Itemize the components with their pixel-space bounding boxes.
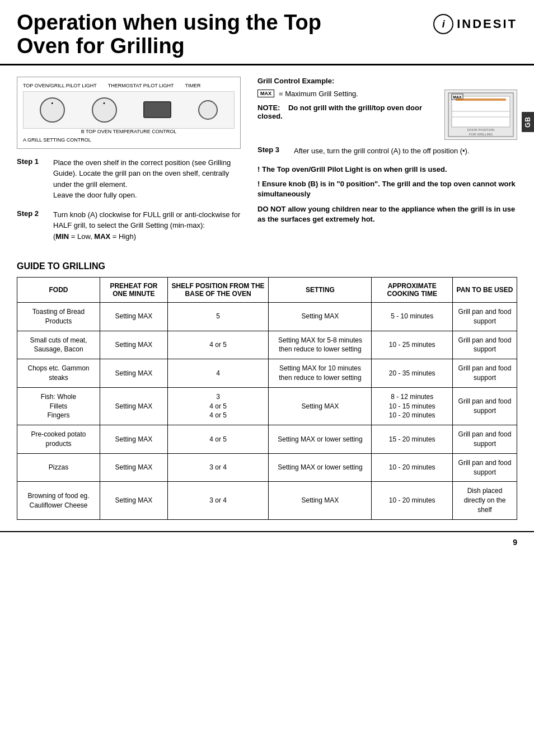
cell-2-1: Setting MAX [100,359,168,388]
th-time: APPROXIMATE COOKING TIME [372,278,452,303]
cell-3-0: Fish: Whole Fillets Fingers [17,387,100,425]
knob-small [198,100,218,120]
label-b: B TOP OVEN TEMPERATURE CONTROL [23,129,235,134]
cell-3-2: 34 or 54 or 5 [167,387,268,425]
cell-6-1: Setting MAX [100,482,168,519]
cell-2-4: 20 - 35 minutes [372,359,452,388]
table-row: Small cuts of meat, Sausage, BaconSettin… [17,331,517,359]
cell-1-4: 10 - 25 minutes [372,331,452,359]
label-top-oven: TOP OVEN/GRILL PILOT LIGHT [23,83,97,88]
oven-image: MAX DOOR POSITION FOR GRILLING [444,90,517,140]
cell-1-2: 4 or 5 [167,331,268,359]
max-description: = Maximum Grill Setting. [279,90,358,98]
step1-label: Step 1 [17,157,45,201]
knob-b [92,97,117,123]
main-content: TOP OVEN/GRILL PILOT LIGHT THERMOSTAT PI… [0,77,534,251]
cell-4-3: Setting MAX or lower setting [269,425,372,454]
cell-6-4: 10 - 20 minutes [372,482,452,519]
cell-0-1: Setting MAX [100,303,168,331]
step3-label: Step 3 [257,145,285,157]
max-badge: MAX [257,90,274,97]
gb-tab: GB [522,112,534,132]
warning-2: ! Ensure knob (B) is in "0 position". Th… [257,179,517,199]
oven-image-inner: MAX DOOR POSITION FOR GRILLING [445,90,517,139]
cell-5-2: 3 or 4 [167,453,268,482]
cell-6-3: Setting MAX [269,482,372,519]
table-header-row: FODD PREHEAT FOR ONE MINUTE SHELF POSITI… [17,278,517,303]
cell-1-0: Small cuts of meat, Sausage, Bacon [17,331,100,359]
brand-icon: i [433,14,453,34]
knob-a [40,97,65,123]
step3: Step 3 After use, turn the grill control… [257,145,517,157]
diagram-labels: TOP OVEN/GRILL PILOT LIGHT THERMOSTAT PI… [23,83,235,88]
step1: Step 1 Place the oven shelf in the corre… [17,157,241,201]
brand-name: INDESIT [457,17,517,31]
cell-4-0: Pre-cooked potato products [17,425,100,454]
cell-4-4: 15 - 20 minutes [372,425,452,454]
cell-4-1: Setting MAX [100,425,168,454]
cell-2-5: Grill pan and food support [452,359,517,388]
grilling-title: GUIDE TO GRILLING [17,261,517,271]
label-timer: TIMER [185,83,201,88]
cell-4-2: 4 or 5 [167,425,268,454]
cell-0-2: 5 [167,303,268,331]
cell-6-5: Dish placed directly on the shelf [452,482,517,519]
left-panel: TOP OVEN/GRILL PILOT LIGHT THERMOSTAT PI… [17,77,241,251]
cell-6-0: Browning of food eg. Cauliflower Cheese [17,482,100,519]
cell-3-3: Setting MAX [269,387,372,425]
cell-2-0: Chops etc. Gammon steaks [17,359,100,388]
cell-1-5: Grill pan and food support [452,331,517,359]
step1-text: Place the oven shelf in the correct posi… [53,157,241,201]
cell-0-4: 5 - 10 minutes [372,303,452,331]
table-row: Fish: Whole Fillets FingersSetting MAX34… [17,387,517,425]
grill-example-content: MAX = Maximum Grill Setting. NOTE: Do no… [257,90,436,126]
cell-4-5: Grill pan and food support [452,425,517,454]
warning-3: DO NOT allow young children near to the … [257,204,517,224]
cell-6-2: 3 or 4 [167,482,268,519]
diagram-area: TOP OVEN/GRILL PILOT LIGHT THERMOSTAT PI… [17,77,241,149]
note-block: NOTE: Do not grill with the grill/top ov… [257,104,436,120]
cell-5-5: Grill pan and food support [452,453,517,482]
svg-text:FOR GRILLING: FOR GRILLING [469,133,493,136]
table-row: PizzasSetting MAX3 or 4Setting MAX or lo… [17,453,517,482]
svg-text:MAX: MAX [453,95,462,99]
table-row: Chops etc. Gammon steaksSetting MAX4Sett… [17,359,517,388]
th-pan: PAN TO BE USED [452,278,517,303]
cell-0-0: Toasting of Bread Products [17,303,100,331]
timer-box [143,101,171,118]
warnings: ! The Top oven/Grill Pilot Light is on w… [257,165,517,224]
cell-1-1: Setting MAX [100,331,168,359]
table-row: Pre-cooked potato productsSetting MAX4 o… [17,425,517,454]
cell-1-3: Setting MAX for 5-8 minutes then reduce … [269,331,372,359]
brand-logo: i INDESIT [433,14,517,34]
note-text: Do not grill with the grill/top oven doo… [257,104,422,120]
right-panel: Grill Control Example: MAX = Maximum Gri… [257,77,517,251]
svg-rect-1 [452,96,510,127]
cell-0-3: Setting MAX [269,303,372,331]
cell-3-1: Setting MAX [100,387,168,425]
cell-2-3: Setting MAX for 10 minutes then reduce t… [269,359,372,388]
cell-0-5: Grill pan and food support [452,303,517,331]
oven-svg: MAX DOOR POSITION FOR GRILLING [447,92,514,138]
steps: Step 1 Place the oven shelf in the corre… [17,157,241,242]
footer: 9 [0,531,534,552]
grilling-section: GUIDE TO GRILLING FODD PREHEAT FOR ONE M… [0,261,534,520]
label-a: A GRILL SETTING CONTROL [23,137,235,143]
note-label: NOTE: [257,104,280,112]
table-row: Browning of food eg. Cauliflower CheeseS… [17,482,517,519]
page-title: Operation when using the Top Oven for Gr… [17,11,353,58]
cell-5-3: Setting MAX or lower setting [269,453,372,482]
page-number: 9 [513,538,517,547]
label-thermostat: THERMOSTAT PILOT LIGHT [108,83,174,88]
max-row: MAX = Maximum Grill Setting. [257,90,436,98]
grilling-table: FODD PREHEAT FOR ONE MINUTE SHELF POSITI… [17,277,517,520]
grill-control-title: Grill Control Example: [257,77,517,85]
cell-5-1: Setting MAX [100,453,168,482]
step2-label: Step 2 [17,209,45,242]
cell-5-4: 10 - 20 minutes [372,453,452,482]
cell-3-4: 8 - 12 minutes10 - 15 minutes10 - 20 min… [372,387,452,425]
svg-rect-6 [456,98,506,101]
cell-3-5: Grill pan and food support [452,387,517,425]
header: Operation when using the Top Oven for Gr… [0,0,534,65]
grill-example-row: MAX = Maximum Grill Setting. NOTE: Do no… [257,90,517,140]
